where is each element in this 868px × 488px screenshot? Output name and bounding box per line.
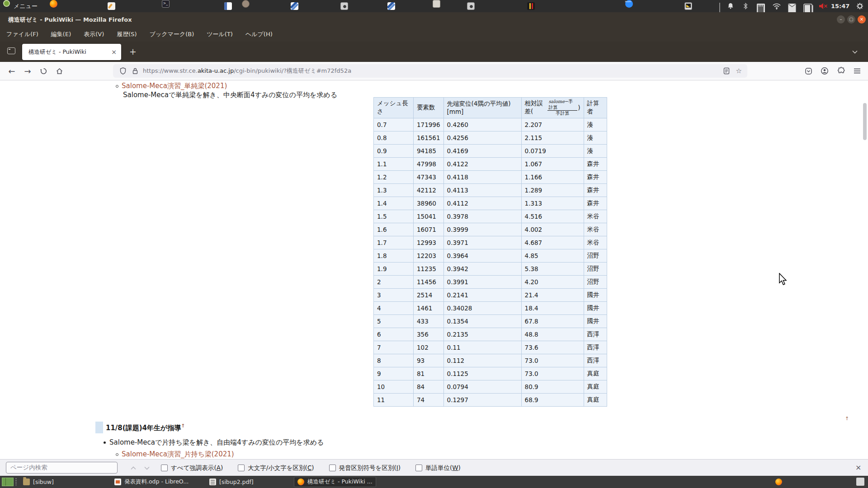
pocket-icon[interactable] xyxy=(802,62,815,80)
tracking-shield-icon[interactable] xyxy=(119,67,127,75)
document-launcher-icon[interactable] xyxy=(223,0,232,12)
taskbar-item[interactable]: [sibuw] xyxy=(20,477,57,487)
clock[interactable]: 15:47 xyxy=(831,0,849,12)
firefox-view-icon[interactable] xyxy=(7,47,15,54)
table-row: 10840.079480.9真庭 xyxy=(374,380,607,393)
table-cell: 沼野 xyxy=(584,262,607,275)
camera-launcher-icon[interactable] xyxy=(340,0,349,12)
text-editor-launcher-icon[interactable] xyxy=(107,0,116,12)
media-launcher-icon[interactable] xyxy=(526,0,535,12)
menubar-item[interactable]: 表示(V) xyxy=(77,27,110,42)
system-menu-label[interactable]: メニュー xyxy=(14,0,38,12)
libreoffice2-launcher-icon[interactable] xyxy=(387,0,396,12)
wiki-link-simple-beam[interactable]: Salome-Meca演習_単純梁(2021) xyxy=(122,82,227,90)
table-row: 54330.135467.8國井 xyxy=(374,314,607,328)
home-icon[interactable] xyxy=(53,62,66,80)
display-launcher-icon[interactable] xyxy=(684,0,693,12)
firefox-launcher-icon[interactable] xyxy=(49,0,58,12)
find-previous-icon[interactable] xyxy=(130,465,137,472)
table-cell: 湊 xyxy=(584,144,607,157)
taskbar-item[interactable]: [sibup2.pdf] xyxy=(206,477,257,487)
table-cell: 米谷 xyxy=(584,236,607,249)
find-bar: ページ内検索 すべて強調表示(A)大文字/小文字を区別(C)発音区別符号を区別(… xyxy=(0,459,868,476)
menubar-item[interactable]: 編集(E) xyxy=(45,27,77,42)
wiki-link-cantilever-beam[interactable]: Salome-Meca演習_片持ち梁(2021) xyxy=(122,450,234,459)
table-row: 9810.112573.0真庭 xyxy=(374,367,607,380)
page-top-anchor[interactable]: ↑ xyxy=(845,416,849,422)
checkbox-icon[interactable] xyxy=(329,465,336,471)
hamburger-menu-icon[interactable] xyxy=(851,62,863,80)
terminal-launcher-icon[interactable]: >_ xyxy=(161,0,170,12)
workspace-switcher-icon[interactable] xyxy=(2,478,14,486)
libreoffice-launcher-icon[interactable] xyxy=(290,0,299,12)
table-cell: 4.20 xyxy=(521,275,584,288)
screenshot-launcher-icon[interactable] xyxy=(466,0,475,12)
url-bar[interactable]: https://www.str.ce.akita-u.ac.jp/cgi-bin… xyxy=(113,64,747,78)
bookmark-star-icon[interactable]: ☆ xyxy=(736,67,742,75)
table-cell: 48.8 xyxy=(521,328,584,341)
find-option[interactable]: 発音区別符号を区別(I) xyxy=(329,464,401,472)
checkbox-icon[interactable] xyxy=(238,465,245,471)
table-row: 1.4389600.41121.313森井 xyxy=(374,197,607,210)
heading-anchor[interactable]: ↑ xyxy=(181,423,185,429)
find-option[interactable]: 単語単位(W) xyxy=(415,464,461,472)
find-option[interactable]: 大文字/小文字を区別(C) xyxy=(238,464,314,472)
table-cell: 5.38 xyxy=(521,262,584,275)
window-close-button[interactable]: × xyxy=(858,15,866,23)
extensions-puzzle-icon[interactable] xyxy=(835,62,848,80)
reload-icon[interactable] xyxy=(37,62,50,80)
table-cell: 0.3978 xyxy=(443,210,521,223)
table-cell: 4.516 xyxy=(521,210,584,223)
table-cell: 93 xyxy=(414,354,444,367)
package-launcher-icon[interactable] xyxy=(432,0,441,12)
account-icon[interactable] xyxy=(818,62,831,80)
checkbox-icon[interactable] xyxy=(161,465,168,471)
find-option[interactable]: すべて強調表示(A) xyxy=(161,464,223,472)
active-tab[interactable]: 構造研ゼミ - PukiWiki × xyxy=(22,44,121,60)
taskbar-item[interactable]: 構造研ゼミ - PukiWiki ... xyxy=(294,477,376,487)
gimp-launcher-icon[interactable] xyxy=(241,0,250,12)
tray-icon[interactable] xyxy=(856,478,864,486)
menubar-item[interactable]: 履歴(S) xyxy=(110,27,143,42)
table-cell: 171996 xyxy=(414,118,444,131)
checkbox-icon[interactable] xyxy=(415,465,422,471)
table-cell: 真庭 xyxy=(584,380,607,393)
find-close-icon[interactable]: × xyxy=(855,463,861,472)
firefox-tray-icon[interactable] xyxy=(774,477,783,486)
list-all-tabs-icon[interactable] xyxy=(852,47,858,56)
scrollbar-thumb[interactable] xyxy=(863,103,867,140)
back-icon[interactable]: ← xyxy=(5,62,18,80)
find-input[interactable]: ページ内検索 xyxy=(6,462,118,474)
system-top-panel: メニュー >_ zoom 15:47 xyxy=(0,0,868,12)
table-cell: 0.8 xyxy=(374,131,414,144)
find-option-label: 単語単位(W) xyxy=(425,464,461,472)
menubar-item[interactable]: ブックマーク(B) xyxy=(143,27,201,42)
table-cell: 0.4122 xyxy=(443,157,521,170)
lock-icon[interactable] xyxy=(132,67,138,75)
forward-icon[interactable]: → xyxy=(21,62,34,80)
menubar-item[interactable]: ツール(T) xyxy=(200,27,239,42)
table-cell: 73.0 xyxy=(521,354,584,367)
table-cell: 4.85 xyxy=(521,249,584,262)
table-row: 63560.213548.8西澤 xyxy=(374,328,607,341)
table-header-cell: 先端変位(4隅の平均値)[mm] xyxy=(443,98,521,118)
window-maximize-button[interactable]: ▢ xyxy=(847,15,855,23)
taskbar-item[interactable]: 発表資料.odp - LibreO... xyxy=(111,477,192,487)
system-menu-icon[interactable] xyxy=(3,0,10,12)
list-item: Salome-Mecaで片持ち梁を解き、自由端4すみの変位の平均を求める xyxy=(104,438,324,447)
window-minimize-button[interactable]: – xyxy=(837,15,845,23)
window-titlebar[interactable]: 構造研ゼミ - PukiWiki — Mozilla Firefox – ▢ × xyxy=(0,12,868,27)
taskbar-item-label: [sibup2.pdf] xyxy=(219,479,254,485)
new-tab-button[interactable]: + xyxy=(127,45,139,58)
list-item: Salome-Meca演習_片持ち梁(2021) xyxy=(116,450,234,459)
menubar-item[interactable]: ファイル(F) xyxy=(0,27,45,42)
tab-bar: 構造研ゼミ - PukiWiki × + xyxy=(0,42,868,62)
table-cell: 73.0 xyxy=(521,367,584,380)
zoom-launcher-icon[interactable]: zoom xyxy=(624,0,633,12)
menubar-item[interactable]: ヘルプ(H) xyxy=(239,27,279,42)
taskbar-item-label: 発表資料.odp - LibreO... xyxy=(124,478,189,486)
table-cell: 1.067 xyxy=(521,157,584,170)
find-next-icon[interactable] xyxy=(144,465,150,472)
reader-view-icon[interactable] xyxy=(723,67,730,75)
tab-close-icon[interactable]: × xyxy=(111,48,117,56)
